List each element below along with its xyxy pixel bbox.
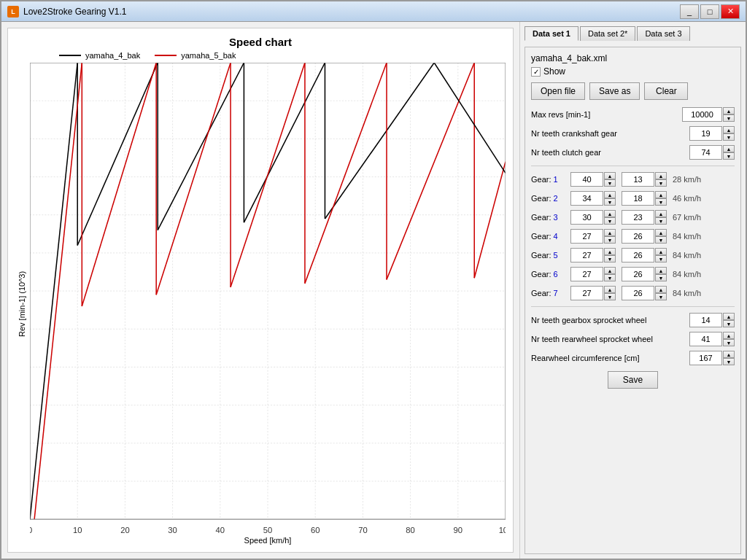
gear-4-up1[interactable]: ▲: [604, 229, 616, 236]
rearwheel-spinner[interactable]: ▲ ▼: [689, 332, 735, 346]
gear-7-input2[interactable]: [622, 286, 654, 300]
clear-button[interactable]: Clear: [644, 82, 688, 100]
gear-5-input2[interactable]: [622, 248, 654, 262]
clutch-down[interactable]: ▼: [723, 152, 735, 160]
clutch-input[interactable]: [689, 145, 722, 160]
circumference-spinner[interactable]: ▲ ▼: [689, 351, 735, 365]
gear-1-down1[interactable]: ▼: [604, 179, 616, 187]
gear-4-spinner2[interactable]: ▲ ▼: [622, 229, 667, 244]
gear-7-input1[interactable]: [570, 286, 603, 300]
save-as-button[interactable]: Save as: [589, 82, 640, 100]
gear-1-down2[interactable]: ▼: [655, 179, 667, 187]
clutch-spinner[interactable]: ▲ ▼: [689, 145, 735, 160]
max-revs-down[interactable]: ▼: [723, 114, 735, 122]
crankshaft-down[interactable]: ▼: [723, 133, 735, 141]
gear-1-input2[interactable]: [622, 172, 654, 187]
gearbox-up[interactable]: ▲: [723, 313, 735, 320]
gear-3-spinner1[interactable]: ▲ ▼: [570, 210, 616, 225]
crankshaft-input[interactable]: [689, 126, 722, 141]
gear-4-spinner1[interactable]: ▲ ▼: [570, 229, 616, 244]
gear-1-spinner1[interactable]: ▲ ▼: [570, 172, 616, 187]
gear-7-spinner2[interactable]: ▲ ▼: [622, 286, 667, 300]
circumference-down[interactable]: ▼: [723, 358, 735, 365]
gear-2-up2[interactable]: ▲: [655, 191, 667, 198]
gear-4-down2[interactable]: ▼: [655, 236, 667, 244]
gear-2-spinner1[interactable]: ▲ ▼: [570, 191, 616, 206]
max-revs-row: Max revs [min-1] ▲ ▼: [531, 107, 735, 122]
gear-2-input1[interactable]: [570, 191, 603, 206]
gear-4-btns1: ▲ ▼: [604, 229, 616, 244]
gear-6-spinner1[interactable]: ▲ ▼: [570, 267, 616, 281]
gear-2-spinner2[interactable]: ▲ ▼: [622, 191, 667, 206]
circumference-up[interactable]: ▲: [723, 351, 735, 358]
gear-6-down1[interactable]: ▼: [604, 274, 616, 281]
clutch-up[interactable]: ▲: [723, 145, 735, 152]
gear-2-up1[interactable]: ▲: [604, 191, 616, 198]
gear-5-spinner1[interactable]: ▲ ▼: [570, 248, 616, 262]
gear-7-down1[interactable]: ▼: [604, 293, 616, 300]
gear-3-down1[interactable]: ▼: [604, 217, 616, 225]
gear-6-spinner2[interactable]: ▲ ▼: [622, 267, 667, 281]
gear-3-down2[interactable]: ▼: [655, 217, 667, 225]
gear-7-up1[interactable]: ▲: [604, 286, 616, 293]
rearwheel-label: Nr teeth rearwheel sprocket wheel: [531, 335, 689, 343]
gear-6-up1[interactable]: ▲: [604, 267, 616, 274]
gear-4-down1[interactable]: ▼: [604, 236, 616, 244]
gearbox-spinner-btns: ▲ ▼: [723, 313, 735, 327]
rearwheel-row: Nr teeth rearwheel sprocket wheel ▲ ▼: [531, 332, 735, 346]
gear-7-up2[interactable]: ▲: [655, 286, 667, 293]
max-revs-up[interactable]: ▲: [723, 107, 735, 114]
close-button[interactable]: ✕: [721, 4, 740, 19]
minimize-button[interactable]: _: [680, 4, 699, 19]
gear-5-down2[interactable]: ▼: [655, 255, 667, 262]
tab-dataset-2[interactable]: Data set 2*: [580, 26, 635, 41]
gear-3-input1[interactable]: [570, 210, 603, 225]
gearbox-spinner[interactable]: ▲ ▼: [689, 313, 735, 327]
rearwheel-input[interactable]: [689, 332, 722, 346]
gear-4-up2[interactable]: ▲: [655, 229, 667, 236]
crankshaft-spinner[interactable]: ▲ ▼: [689, 126, 735, 141]
gear-7-down2[interactable]: ▼: [655, 293, 667, 300]
gear-4-input2[interactable]: [622, 229, 654, 244]
rearwheel-down[interactable]: ▼: [723, 339, 735, 346]
gear-1-input1[interactable]: [570, 172, 603, 187]
gear-2-down1[interactable]: ▼: [604, 198, 616, 206]
open-file-button[interactable]: Open file: [531, 82, 585, 100]
gear-1-spinner2[interactable]: ▲ ▼: [622, 172, 667, 187]
gear-2-input2[interactable]: [622, 191, 654, 206]
gear-2-down2[interactable]: ▼: [655, 198, 667, 206]
gear-6-down2[interactable]: ▼: [655, 274, 667, 281]
gear-3-up2[interactable]: ▲: [655, 210, 667, 217]
gear-3-input2[interactable]: [622, 210, 654, 225]
gear-3-up1[interactable]: ▲: [604, 210, 616, 217]
tab-dataset-1[interactable]: Data set 1: [525, 26, 578, 41]
show-checkbox[interactable]: ✓: [531, 67, 541, 77]
gear-1-up2[interactable]: ▲: [655, 172, 667, 179]
gear-4-input1[interactable]: [570, 229, 603, 244]
gear-1-up1[interactable]: ▲: [604, 172, 616, 179]
save-button[interactable]: Save: [608, 371, 658, 389]
gear-5-spinner2[interactable]: ▲ ▼: [622, 248, 667, 262]
maximize-button[interactable]: □: [700, 4, 719, 19]
max-revs-spinner[interactable]: ▲ ▼: [682, 107, 735, 122]
gear-6-up2[interactable]: ▲: [655, 267, 667, 274]
gear-6-input2[interactable]: [622, 267, 654, 281]
crankshaft-up[interactable]: ▲: [723, 126, 735, 133]
gearbox-down[interactable]: ▼: [723, 320, 735, 327]
gear-5-up1[interactable]: ▲: [604, 248, 616, 255]
circumference-input[interactable]: [689, 351, 722, 365]
gearbox-row: Nr teeth gearbox sprocket wheel ▲ ▼: [531, 313, 735, 327]
svg-text:100: 100: [499, 526, 506, 534]
gear-5-input1[interactable]: [570, 248, 603, 262]
rearwheel-up[interactable]: ▲: [723, 332, 735, 339]
tab-dataset-3[interactable]: Data set 3: [637, 26, 689, 41]
gear-5-up2[interactable]: ▲: [655, 248, 667, 255]
gear-3-spinner2[interactable]: ▲ ▼: [622, 210, 667, 225]
gear-7-spinner1[interactable]: ▲ ▼: [570, 286, 616, 300]
gearbox-input[interactable]: [689, 313, 722, 327]
gear-6-input1[interactable]: [570, 267, 603, 281]
gear-1-btns1: ▲ ▼: [604, 172, 616, 187]
gear-5-down1[interactable]: ▼: [604, 255, 616, 262]
legend-item-2: yamaha_5_bak: [155, 51, 236, 60]
max-revs-input[interactable]: [682, 107, 722, 122]
